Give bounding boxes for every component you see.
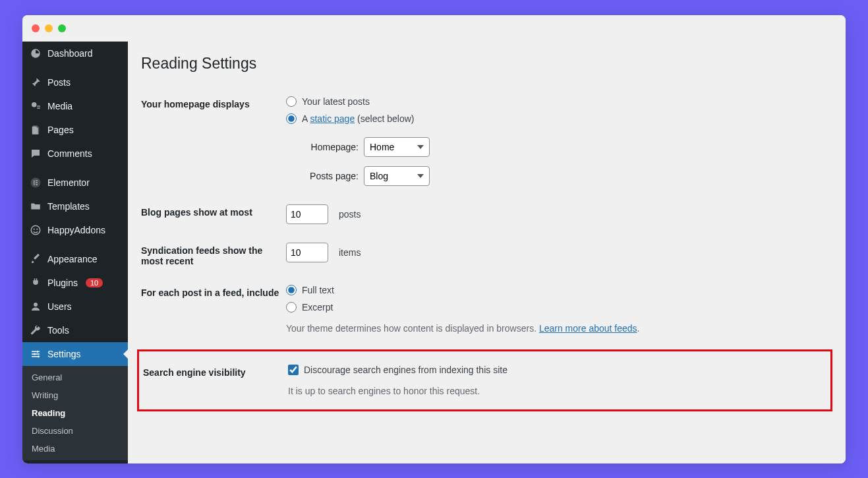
titlebar — [22, 15, 846, 42]
elementor-icon — [29, 176, 42, 189]
plug-icon — [29, 276, 42, 289]
label-homepage-select: Homepage: — [302, 142, 359, 152]
row-homepage-select: Homepage: Home — [302, 137, 832, 157]
sidebar-item-elementor[interactable]: Elementor — [22, 171, 128, 194]
sidebar-item-label: Media — [47, 101, 72, 111]
sidebar-item-posts[interactable]: Posts — [22, 71, 128, 94]
page-title: Reading Settings — [141, 55, 832, 73]
checkbox-discourage-label: Discourage search engines from indexing … — [304, 365, 507, 375]
unit-items: items — [339, 247, 361, 258]
sidebar-item-settings[interactable]: Settings — [22, 342, 128, 366]
smile-icon — [29, 224, 42, 237]
sidebar-item-label: Dashboard — [47, 48, 93, 59]
brush-icon — [29, 253, 42, 266]
radio-static-page[interactable]: A static page (select below) — [286, 113, 832, 124]
input-syndication[interactable] — [286, 243, 328, 262]
radio-excerpt-input[interactable] — [286, 302, 297, 313]
radio-static-page-label: A static page (select below) — [302, 113, 414, 124]
label-feed-content: For each post in a feed, include — [141, 285, 286, 298]
highlight-search-visibility: Search engine visibility Discourage sear… — [137, 349, 832, 411]
sliders-icon — [29, 347, 42, 361]
sub-item-reading[interactable]: Reading — [22, 404, 128, 422]
sidebar-item-label: Users — [47, 301, 72, 312]
radio-full-text-label: Full text — [302, 285, 334, 295]
browser-window: Dashboard Posts Media Pages Comments — [22, 15, 846, 463]
radio-full-text[interactable]: Full text — [286, 285, 832, 295]
radio-excerpt-label: Excerpt — [302, 302, 333, 313]
row-search-visibility: Search engine visibility Discourage sear… — [139, 361, 819, 400]
radio-static-page-input[interactable] — [286, 113, 297, 124]
learn-more-feeds-link[interactable]: Learn more about feeds — [539, 323, 637, 334]
sidebar-item-appearance[interactable]: Appearance — [22, 247, 128, 271]
media-icon — [29, 100, 42, 113]
row-syndication: Syndication feeds show the most recent i… — [141, 233, 832, 276]
svg-point-2 — [31, 225, 40, 235]
sidebar-item-pages[interactable]: Pages — [22, 118, 128, 142]
checkbox-discourage-input[interactable] — [288, 365, 299, 375]
traffic-lights — [32, 24, 66, 32]
radio-latest-posts[interactable]: Your latest posts — [286, 96, 832, 107]
row-feed-content: For each post in a feed, include Full te… — [141, 276, 832, 343]
row-postspage-select: Posts page: Blog — [302, 166, 832, 186]
close-window-icon[interactable] — [32, 24, 40, 32]
sidebar-item-tools[interactable]: Tools — [22, 318, 128, 342]
unit-posts: posts — [339, 209, 361, 220]
sidebar-item-label: Appearance — [47, 254, 98, 264]
sidebar-item-label: HappyAddons — [47, 225, 105, 235]
sidebar-item-templates[interactable]: Templates — [22, 194, 128, 218]
svg-point-8 — [38, 355, 40, 357]
user-icon — [29, 300, 42, 313]
sub-item-discussion[interactable]: Discussion — [22, 422, 128, 440]
pin-icon — [29, 76, 42, 89]
sidebar-item-label: Settings — [47, 349, 81, 359]
sidebar-item-label: Comments — [47, 148, 92, 159]
sev-description: It is up to search engines to honor this… — [288, 386, 819, 396]
sidebar-item-dashboard[interactable]: Dashboard — [22, 42, 128, 65]
settings-submenu: General Writing Reading Discussion Media — [22, 366, 128, 460]
svg-point-3 — [34, 228, 35, 229]
svg-point-4 — [36, 228, 38, 229]
row-blog-pages: Blog pages show at most posts — [141, 195, 832, 233]
sub-item-general[interactable]: General — [22, 369, 128, 386]
sidebar-item-label: Plugins — [47, 278, 78, 288]
admin-sidebar: Dashboard Posts Media Pages Comments — [22, 42, 128, 463]
radio-latest-posts-label: Your latest posts — [302, 96, 370, 107]
static-page-link[interactable]: static page — [310, 113, 355, 124]
row-homepage-displays: Your homepage displays Your latest posts… — [141, 87, 832, 195]
sidebar-item-plugins[interactable]: Plugins 10 — [22, 271, 128, 295]
svg-point-0 — [32, 102, 37, 107]
wrench-icon — [29, 324, 42, 337]
svg-point-6 — [37, 351, 39, 353]
label-syndication: Syndication feeds show the most recent — [141, 243, 286, 266]
svg-point-7 — [34, 353, 36, 355]
radio-latest-posts-input[interactable] — [286, 96, 297, 107]
label-blog-pages: Blog pages show at most — [141, 204, 286, 218]
sub-item-writing[interactable]: Writing — [22, 386, 128, 404]
label-homepage-displays: Your homepage displays — [141, 96, 286, 109]
sidebar-item-comments[interactable]: Comments — [22, 142, 128, 165]
select-homepage[interactable]: Home — [364, 137, 430, 157]
sidebar-item-label: Elementor — [47, 177, 90, 188]
radio-excerpt[interactable]: Excerpt — [286, 302, 832, 313]
sidebar-item-label: Templates — [47, 201, 90, 212]
comment-icon — [29, 147, 42, 160]
select-postspage[interactable]: Blog — [364, 166, 430, 186]
pages-icon — [29, 123, 42, 136]
maximize-window-icon[interactable] — [58, 24, 66, 32]
plugins-update-badge: 10 — [86, 278, 103, 287]
sidebar-item-happyaddons[interactable]: HappyAddons — [22, 218, 128, 242]
sidebar-item-label: Tools — [47, 325, 69, 336]
sub-item-media[interactable]: Media — [22, 440, 128, 458]
feed-description: Your theme determines how content is dis… — [286, 323, 832, 334]
radio-full-text-input[interactable] — [286, 285, 297, 295]
sidebar-item-label: Pages — [47, 125, 74, 135]
input-blog-pages[interactable] — [286, 204, 328, 224]
label-postspage-select: Posts page: — [302, 171, 359, 181]
dashboard-icon — [29, 47, 42, 60]
main-content: Reading Settings Your homepage displays … — [128, 42, 846, 463]
minimize-window-icon[interactable] — [45, 24, 53, 32]
folder-icon — [29, 200, 42, 213]
sidebar-item-media[interactable]: Media — [22, 94, 128, 118]
sidebar-item-users[interactable]: Users — [22, 295, 128, 318]
checkbox-discourage[interactable]: Discourage search engines from indexing … — [288, 365, 819, 375]
